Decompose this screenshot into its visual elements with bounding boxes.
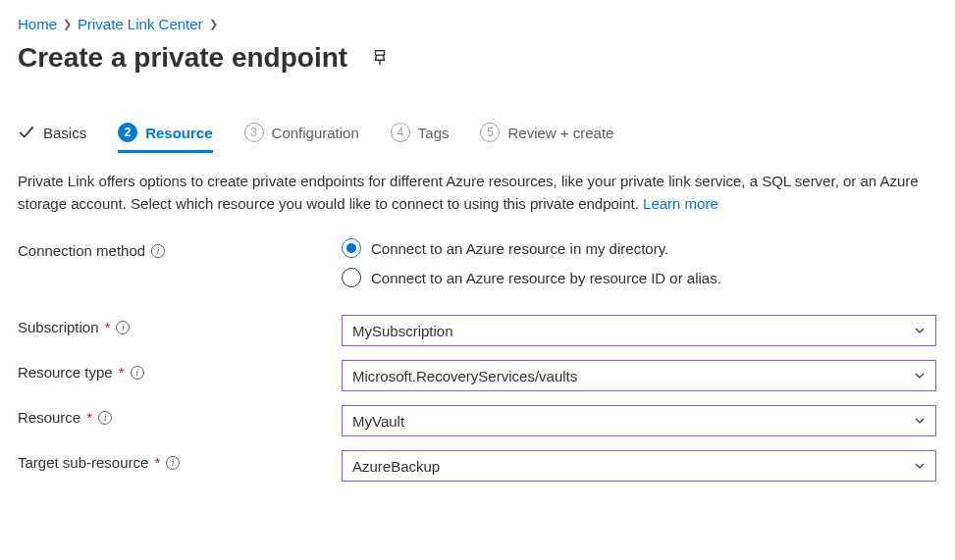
field-connection-method: Connection method i Connect to an Azure … [18,238,937,287]
field-resource: Resource * i MyVault [18,405,937,436]
pin-icon[interactable] [371,49,389,67]
breadcrumb: Home ❯ Private Link Center ❯ [18,16,937,32]
label-text: Connection method [18,242,145,259]
info-icon[interactable]: i [116,321,130,334]
tab-label: Resource [145,125,212,141]
tab-label: Configuration [272,125,359,141]
label-subscription: Subscription * i [18,315,342,335]
select-value: Microsoft.RecoveryServices/vaults [352,368,577,384]
breadcrumb-home[interactable]: Home [18,16,57,32]
label-text: Resource [18,409,80,426]
label-resource-type: Resource type * i [18,360,342,381]
chevron-right-icon: ❯ [209,18,218,30]
tab-label: Tags [418,125,450,141]
chevron-down-icon [914,413,926,430]
label-text: Resource type [18,364,113,381]
tab-tags[interactable]: 4 Tags [391,123,450,153]
chevron-down-icon [914,368,926,384]
learn-more-link[interactable]: Learn more [643,195,718,212]
svg-rect-0 [376,51,385,56]
radio-icon [342,268,361,287]
required-marker: * [119,364,125,381]
label-target-sub-resource: Target sub-resource * i [18,450,342,471]
info-icon[interactable]: i [131,366,144,380]
tab-description: Private Link offers options to create pr… [18,171,937,215]
info-icon[interactable]: i [166,456,180,470]
tab-review-create[interactable]: 5 Review + create [480,123,613,153]
check-icon [18,124,35,141]
info-icon[interactable]: i [98,411,112,425]
field-resource-type: Resource type * i Microsoft.RecoveryServ… [18,360,937,391]
required-marker: * [86,409,92,426]
select-value: AzureBackup [352,458,440,475]
label-text: Subscription [18,319,99,335]
tab-number: 2 [118,123,137,142]
select-value: MySubscription [352,323,453,339]
select-resource-type[interactable]: Microsoft.RecoveryServices/vaults [342,360,936,391]
select-value: MyVault [352,413,404,430]
chevron-right-icon: ❯ [63,18,72,30]
tab-number: 3 [244,123,264,142]
wizard-tabs: Basics 2 Resource 3 Configuration 4 Tags… [18,123,937,153]
tab-label: Basics [43,125,86,141]
description-text: Private Link offers options to create pr… [18,173,919,212]
page-title: Create a private endpoint [18,42,347,74]
tab-basics[interactable]: Basics [18,124,86,152]
breadcrumb-private-link-center[interactable]: Private Link Center [78,16,203,32]
select-resource[interactable]: MyVault [342,405,936,436]
radio-label: Connect to an Azure resource by resource… [371,270,721,286]
required-marker: * [105,319,111,335]
label-connection-method: Connection method i [18,238,342,259]
radio-group-connection-method: Connect to an Azure resource in my direc… [342,238,937,287]
field-subscription: Subscription * i MySubscription [18,315,937,346]
tab-label: Review + create [507,125,613,141]
radio-icon [342,238,361,258]
select-target-sub-resource[interactable]: AzureBackup [342,450,936,482]
required-marker: * [154,454,160,471]
info-icon[interactable]: i [151,244,165,258]
select-subscription[interactable]: MySubscription [342,315,936,346]
tab-configuration[interactable]: 3 Configuration [244,123,359,153]
tab-number: 4 [391,123,410,142]
page-header: Create a private endpoint [18,42,937,74]
tab-number: 5 [480,123,500,142]
label-text: Target sub-resource [18,454,148,471]
chevron-down-icon [914,458,926,475]
chevron-down-icon [914,323,926,339]
radio-label: Connect to an Azure resource in my direc… [371,240,668,257]
field-target-sub-resource: Target sub-resource * i AzureBackup [18,450,937,482]
tab-resource[interactable]: 2 Resource [118,123,212,153]
radio-connect-directory[interactable]: Connect to an Azure resource in my direc… [342,238,937,258]
radio-connect-resource-id[interactable]: Connect to an Azure resource by resource… [342,268,937,287]
label-resource: Resource * i [18,405,342,426]
